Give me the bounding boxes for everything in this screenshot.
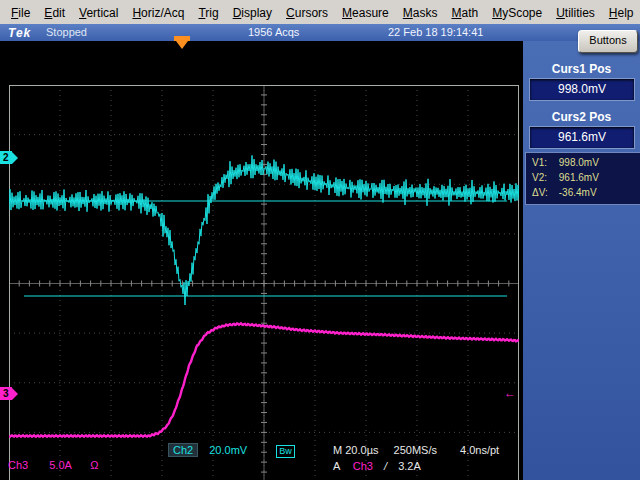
ch2-marker-label: 2 [0, 151, 12, 164]
cursor-dv-row: ΔV: -36.4mV [532, 185, 640, 200]
trigger-slope-icon: / [384, 460, 387, 472]
graticule-grid [9, 85, 519, 480]
tek-logo: Tek [8, 26, 31, 40]
dv-value: -36.4mV [559, 187, 597, 198]
trigger-source: Ch3 [353, 460, 373, 472]
menu-bar: File Edit Vertical Horiz/Acq Trig Displa… [0, 0, 640, 25]
menu-masks[interactable]: Masks [396, 2, 445, 23]
ch3-marker-label: 3 [0, 387, 12, 400]
oscilloscope-screen: File Edit Vertical Horiz/Acq Trig Displa… [0, 0, 640, 480]
ch2-readout-name[interactable]: Ch2 [168, 443, 198, 457]
cursor2-pos-label: Curs2 Pos [523, 110, 640, 124]
menu-trig[interactable]: Trig [191, 2, 225, 23]
timebase-readout: M 20.0µs 250MS/s 4.0ns/pt [333, 444, 499, 456]
ch2-reference-marker[interactable]: 2 [0, 151, 18, 164]
ch2-readout-scale: 20.0mV [209, 444, 247, 456]
buttons-key[interactable]: Buttons [578, 30, 638, 53]
trigger-readout: A Ch3 / 3.2A [333, 460, 421, 472]
menu-file[interactable]: File [4, 2, 37, 23]
trigger-level: 3.2A [398, 460, 421, 472]
menu-horiz-acq[interactable]: Horiz/Acq [125, 2, 191, 23]
acquisition-count: 1956 Acqs [248, 26, 299, 38]
control-sidebar: Curs1 Pos 998.0mV Curs2 Pos 961.6mV V1: … [523, 41, 640, 480]
status-bar: Tek Stopped 1956 Acqs 22 Feb 18 19:14:41 [0, 24, 640, 41]
cursor2-pos-value[interactable]: 961.6mV [529, 126, 635, 149]
trigger-system-label: A [333, 460, 340, 472]
v1-label: V1: [532, 155, 556, 170]
ch3-coupling: Ω [90, 459, 98, 471]
dv-label: ΔV: [532, 185, 556, 200]
menu-myscope[interactable]: MyScope [485, 2, 549, 23]
menu-vertical[interactable]: Vertical [72, 2, 125, 23]
menu-math[interactable]: Math [444, 2, 485, 23]
menu-edit[interactable]: Edit [37, 2, 72, 23]
waveform-display: 2 3 ← Ch2 20.0mV Bw M 20.0µs 250MS/s 4.0… [0, 41, 523, 480]
ch2-bandwidth-badge: Bw [276, 445, 295, 458]
ch3-readout-name[interactable]: Ch3 [8, 459, 28, 471]
cursor1-pos-value[interactable]: 998.0mV [529, 78, 635, 101]
menu-measure[interactable]: Measure [335, 2, 396, 23]
ch2-marker-arrow-icon [12, 152, 18, 164]
menu-display[interactable]: Display [226, 2, 279, 23]
ch3-readout[interactable]: Ch3 5.0A Ω [8, 459, 99, 471]
v1-value: 998.0mV [559, 157, 599, 168]
cursor-readout-panel: V1: 998.0mV V2: 961.6mV ΔV: -36.4mV [525, 152, 640, 205]
ch3-right-arrow-icon: ← [504, 386, 516, 400]
v2-value: 961.6mV [559, 172, 599, 183]
menu-help[interactable]: Help [602, 2, 640, 23]
cursor1-pos-label: Curs1 Pos [523, 62, 640, 76]
menu-cursors[interactable]: Cursors [279, 2, 335, 23]
cursor-v2-row: V2: 961.6mV [532, 170, 640, 185]
menu-utilities[interactable]: Utilities [549, 2, 602, 23]
ch2-readout[interactable]: Ch2 20.0mV Bw [168, 444, 295, 458]
sample-rate: 250MS/s [394, 444, 437, 456]
sample-resolution: 4.0ns/pt [460, 444, 499, 456]
cursor-v1-row: V1: 998.0mV [532, 155, 640, 170]
v2-label: V2: [532, 170, 556, 185]
ch3-marker-arrow-icon [12, 388, 18, 400]
graticule [9, 85, 519, 480]
ch3-reference-marker[interactable]: 3 [0, 387, 18, 400]
datetime: 22 Feb 18 19:14:41 [388, 26, 483, 38]
timebase-main: M 20.0µs [333, 444, 378, 456]
ch3-readout-scale: 5.0A [49, 459, 71, 471]
trigger-position-marker-icon[interactable] [176, 41, 188, 49]
acquisition-state: Stopped [46, 26, 87, 38]
